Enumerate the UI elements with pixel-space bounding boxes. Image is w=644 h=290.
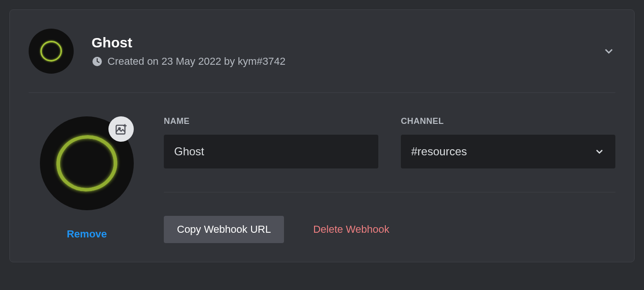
channel-label: CHANNEL: [401, 116, 615, 126]
delete-webhook-button[interactable]: Delete Webhook: [313, 223, 389, 236]
fields-row: NAME CHANNEL #resources: [164, 116, 615, 168]
webhook-title: Ghost: [92, 35, 602, 51]
channel-select[interactable]: #resources: [401, 135, 615, 168]
remove-avatar-link[interactable]: Remove: [67, 228, 107, 240]
actions-row: Copy Webhook URL Delete Webhook: [164, 216, 615, 243]
copy-webhook-url-button[interactable]: Copy Webhook URL: [164, 216, 284, 243]
webhook-avatar-small: [29, 29, 74, 74]
avatar-ring-icon: [53, 131, 121, 196]
chevron-down-icon: [594, 146, 605, 157]
avatar-section: Remove: [40, 116, 134, 243]
webhook-card: Ghost Created on 23 May 2022 by kym#3742: [9, 9, 635, 262]
webhook-info: Ghost Created on 23 May 2022 by kym#3742: [92, 35, 602, 68]
webhook-meta-text: Created on 23 May 2022 by kym#3742: [107, 55, 285, 68]
avatar-ring-icon: [39, 39, 63, 63]
image-upload-icon: [115, 122, 128, 136]
name-input[interactable]: [164, 135, 378, 168]
channel-value: #resources: [411, 145, 467, 158]
chevron-down-icon[interactable]: [602, 45, 615, 58]
fields-section: NAME CHANNEL #resources Copy Webhook URL: [164, 116, 615, 243]
clock-icon: [92, 56, 103, 67]
svg-rect-1: [116, 125, 125, 134]
channel-field-group: CHANNEL #resources: [401, 116, 615, 168]
upload-image-button[interactable]: [108, 116, 134, 142]
name-field-group: NAME: [164, 116, 378, 168]
divider: [164, 192, 615, 192]
webhook-body: Remove NAME CHANNEL #resources: [10, 93, 634, 262]
name-label: NAME: [164, 116, 378, 126]
webhook-meta: Created on 23 May 2022 by kym#3742: [92, 55, 602, 68]
webhook-avatar-large[interactable]: [40, 116, 134, 210]
webhook-header[interactable]: Ghost Created on 23 May 2022 by kym#3742: [10, 10, 634, 92]
